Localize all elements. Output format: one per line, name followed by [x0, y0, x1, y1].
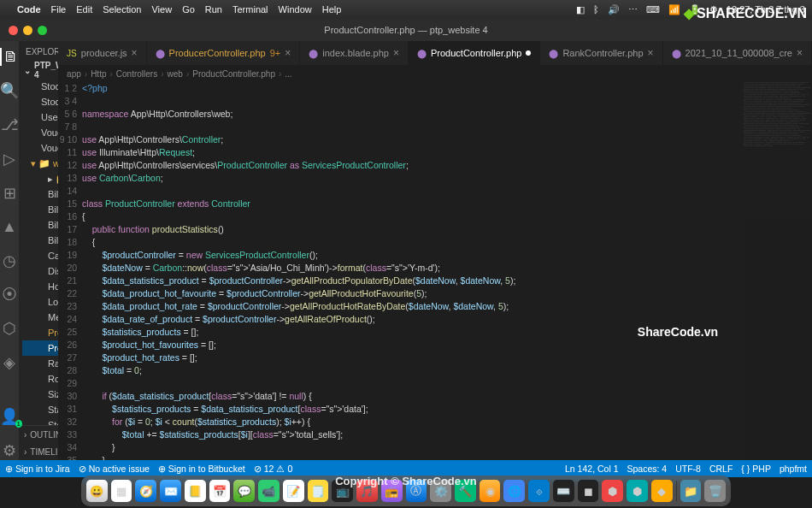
dock-app4[interactable]: ⬢: [627, 480, 648, 502]
tray-book-icon[interactable]: ◧: [576, 4, 585, 15]
file-item[interactable]: VoucherController.php: [22, 125, 58, 140]
status-eol[interactable]: CRLF: [709, 464, 733, 474]
source-control-icon[interactable]: ⎇: [1, 115, 19, 134]
status-problems[interactable]: ⊘ 12 ⚠ 0: [254, 464, 293, 474]
search-icon[interactable]: 🔍: [0, 81, 19, 100]
file-item[interactable]: ▾ 📁 web•: [22, 156, 58, 171]
file-item[interactable]: LoginController.php: [22, 294, 58, 310]
timeline-section[interactable]: ›TIMELINE: [19, 443, 58, 460]
dock-facetime[interactable]: 📹: [258, 480, 279, 502]
menu-window[interactable]: Window: [279, 4, 312, 15]
breadcrumb-segment[interactable]: ProductController.php: [192, 69, 275, 79]
breadcrumb-segment[interactable]: Http: [91, 69, 106, 79]
dock-trash[interactable]: 🗑️: [704, 480, 726, 502]
code-editor[interactable]: <?php namespace App\Http\Controllers\web…: [82, 82, 744, 460]
dock-chrome[interactable]: 🌐: [503, 480, 525, 502]
traffic-lights[interactable]: [0, 26, 47, 35]
menu-terminal[interactable]: Terminal: [232, 4, 268, 15]
dock-downloads[interactable]: 📁: [680, 480, 702, 502]
dock-messages[interactable]: 💬: [233, 480, 255, 502]
dock-app3[interactable]: ⬢: [602, 480, 623, 502]
menu-help[interactable]: Help: [322, 4, 342, 15]
menu-file[interactable]: File: [51, 4, 67, 15]
tray-input-icon[interactable]: ⌨︎: [646, 4, 660, 15]
breadcrumb-segment[interactable]: Controllers: [116, 69, 157, 79]
clock-icon[interactable]: ◷: [3, 251, 16, 270]
status-encoding[interactable]: UTF-8: [675, 464, 701, 474]
status-lang[interactable]: { } PHP: [741, 464, 771, 474]
file-item[interactable]: ▸ 📁 user: [22, 171, 58, 186]
explorer-icon[interactable]: 🗎: [0, 48, 19, 66]
file-item[interactable]: SizeAndColorController.php: [22, 387, 58, 402]
file-item[interactable]: StockDetailController.php: [22, 417, 58, 425]
dock-reminders[interactable]: 📝: [283, 480, 304, 502]
status-formatter[interactable]: phpfmt: [780, 464, 807, 474]
menu-run[interactable]: Run: [205, 4, 222, 15]
breadcrumb-segment[interactable]: app: [67, 69, 81, 79]
diamond-icon[interactable]: ◈: [3, 353, 15, 372]
dock-calendar[interactable]: 📅: [209, 480, 231, 502]
status-jira[interactable]: ⊕ Sign in to Jira: [5, 464, 70, 474]
file-item[interactable]: BillDetailController.php: [22, 202, 58, 217]
tray-wifi-icon[interactable]: 📶: [668, 4, 680, 15]
settings-gear-icon[interactable]: ⚙: [3, 441, 16, 460]
file-item[interactable]: RoleController.php: [22, 371, 58, 387]
file-item[interactable]: RankController.php: [22, 356, 58, 371]
account-icon[interactable]: 👤1: [0, 407, 19, 426]
menu-view[interactable]: View: [151, 4, 172, 15]
status-cursor[interactable]: Ln 142, Col 1: [565, 464, 618, 474]
status-issue[interactable]: ⊘ No active issue: [79, 464, 150, 474]
menu-app[interactable]: Code: [17, 4, 41, 15]
dock-app5[interactable]: ◆: [651, 480, 673, 502]
dock-launchpad[interactable]: ▦: [111, 480, 132, 502]
dock-safari[interactable]: 🧭: [135, 480, 156, 502]
editor-tab[interactable]: ⬤2021_10_11_000008_cre ×: [663, 41, 812, 65]
menu-selection[interactable]: Selection: [103, 4, 141, 15]
editor-tab[interactable]: ⬤ProducerController.php 9+ ×: [147, 41, 301, 65]
file-item[interactable]: ProducerController....9+: [22, 325, 58, 340]
file-item[interactable]: BillOrderDetailController....: [22, 233, 58, 248]
breadcrumb[interactable]: app›Http›Controllers›web›ProductControll…: [58, 65, 812, 82]
dock-contacts[interactable]: 📒: [185, 480, 206, 502]
php-icon[interactable]: ⦿: [2, 286, 17, 304]
editor-tab[interactable]: JSproducer.js ×: [58, 41, 147, 65]
dock-mail[interactable]: ✉️: [160, 480, 181, 502]
outline-section[interactable]: ›OUTLINE: [19, 426, 58, 443]
file-item[interactable]: StatisticBillPayController....: [22, 402, 58, 417]
dock-vscode[interactable]: ⟐: [528, 480, 550, 502]
tray-dots-icon[interactable]: ⋯: [628, 4, 638, 15]
editor-tab[interactable]: ⬤ProductController.php: [409, 41, 540, 65]
tray-volume-icon[interactable]: 🔊: [608, 4, 620, 15]
file-item[interactable]: VoucherMemberControlle...: [22, 140, 58, 156]
workspace-name[interactable]: PTP_WEBSITE 4: [34, 61, 58, 80]
file-item[interactable]: UserController.php: [22, 109, 58, 125]
dock-terminal[interactable]: ⌨️: [553, 480, 574, 502]
file-item[interactable]: BillOrderController.php: [22, 217, 58, 233]
extensions-icon[interactable]: ⊞: [3, 184, 16, 203]
breadcrumb-segment[interactable]: web: [168, 69, 183, 79]
file-tree[interactable]: StockController.phpStockDetailController…: [19, 79, 58, 425]
dock-app2[interactable]: ◼︎: [578, 480, 599, 502]
dock-postman[interactable]: ◉: [480, 480, 501, 502]
run-debug-icon[interactable]: ▷: [3, 150, 15, 168]
status-bitbucket[interactable]: ⊕ Sign in to Bitbucket: [158, 464, 245, 474]
status-indent[interactable]: Spaces: 4: [627, 464, 667, 474]
file-item[interactable]: HomeController.php: [22, 279, 58, 294]
file-item[interactable]: StockDetailController.php: [22, 94, 58, 109]
triangle-icon[interactable]: ▲: [2, 218, 17, 236]
file-item[interactable]: MemberController.php: [22, 310, 58, 325]
chevron-down-icon[interactable]: ⌄: [24, 66, 31, 75]
hexagon-icon[interactable]: ⬡: [3, 319, 16, 338]
file-item[interactable]: CategoryController.php: [22, 248, 58, 263]
editor-tab[interactable]: ⬤RankController.php ×: [540, 41, 662, 65]
file-item[interactable]: ProductController.php: [22, 340, 58, 356]
file-item[interactable]: StockController.php: [22, 79, 58, 94]
menu-edit[interactable]: Edit: [76, 4, 92, 15]
dock-finder[interactable]: 😀: [86, 480, 108, 502]
editor-tab[interactable]: ⬤index.blade.php ×: [300, 41, 409, 65]
dock-notes[interactable]: 🗒️: [308, 480, 329, 502]
minimap[interactable]: <?php namespace App\Http\Controllers\web…: [744, 82, 812, 460]
file-item[interactable]: DiscountCategoryControll...: [22, 263, 58, 279]
breadcrumb-segment[interactable]: ...: [285, 69, 291, 79]
menu-go[interactable]: Go: [182, 4, 195, 15]
